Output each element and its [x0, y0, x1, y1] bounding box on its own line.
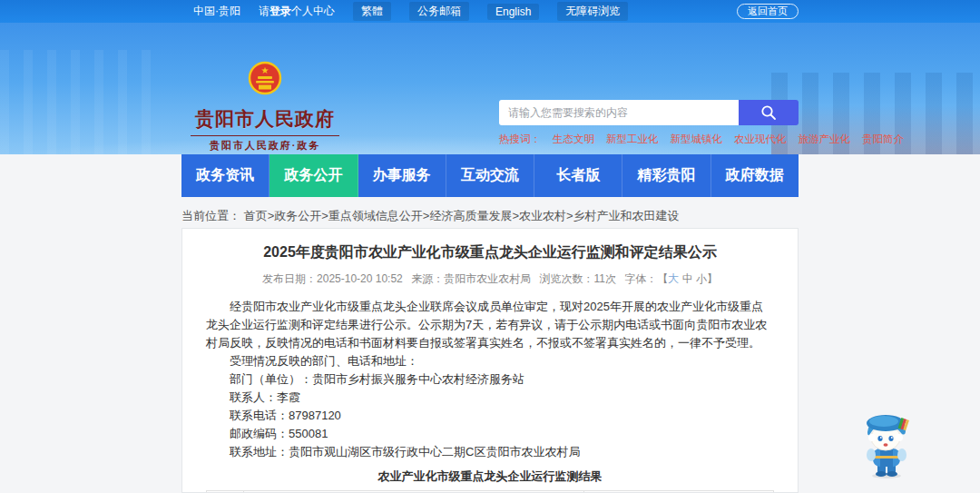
assistant-mascot-button[interactable]: [860, 412, 913, 479]
nav-item-jingcai-guiyang[interactable]: 精彩贵阳: [622, 154, 710, 197]
paragraph-contact-intro: 受理情况反映的部门、电话和地址：: [206, 352, 774, 370]
back-home-button[interactable]: 返回首页: [737, 4, 799, 19]
topbar-link-region[interactable]: 中国·贵阳: [193, 4, 240, 19]
publish-date-label: 发布日期：: [262, 272, 317, 285]
article-body: 经贵阳市农业产业化市级重点龙头企业联席会议成员单位审定，现对2025年开展的农业…: [206, 298, 774, 461]
hot-word-3[interactable]: 新型城镇化: [671, 133, 723, 146]
paragraph-phone: 联系电话：87987120: [206, 407, 774, 425]
topbar-link-english[interactable]: English: [487, 4, 539, 20]
nav-item-zhengfu-shuju[interactable]: 政府数据: [711, 154, 799, 197]
font-size-small-button[interactable]: 小: [696, 272, 707, 285]
topbar-link-official-mail[interactable]: 公务邮箱: [409, 2, 469, 21]
hot-word-4[interactable]: 农业现代化: [734, 133, 787, 146]
paragraph-postcode: 邮政编码：550081: [206, 425, 774, 443]
nav-item-zhengwu-gongkai[interactable]: 政务公开: [270, 154, 358, 197]
breadcrumb-path[interactable]: 首页>政务公开>重点领域信息公开>经济高质量发展>农业农村>乡村产业和农田建设: [244, 209, 680, 222]
nav-item-hudong-jiaoliu[interactable]: 互动交流: [446, 154, 534, 197]
paragraph-department: 部门（单位）：贵阳市乡村振兴服务中心农村经济服务站: [206, 370, 774, 389]
svg-text:★: ★: [261, 65, 270, 75]
source-label: 来源：: [411, 272, 444, 285]
hot-search-row: 热搜词： 生态文明 新型工业化 新型城镇化 农业现代化 旅游产业化 贵阳简介: [499, 133, 799, 146]
views-label: 浏览次数：: [539, 272, 593, 285]
article-card: 2025年度贵阳市农业产业化市级重点龙头企业运行监测和评定结果公示 发布日期：2…: [181, 228, 799, 493]
site-subtitle: 贵阳市人民政府·政务: [191, 135, 339, 153]
nav-item-zhengwu-zixun[interactable]: 政务资讯: [181, 154, 270, 197]
font-size-label: 字体：: [624, 272, 657, 285]
topbar-login-link[interactable]: 请登录个人中心: [259, 4, 335, 19]
hot-word-6[interactable]: 贵阳简介: [862, 133, 904, 146]
nav-item-banshi-fuwu[interactable]: 办事服务: [358, 154, 446, 197]
search-icon: [760, 104, 777, 121]
nav-item-zhangzhe-ban[interactable]: 长者版: [534, 154, 622, 197]
login-bold: 登录: [270, 5, 291, 17]
top-utility-bar: 中国·贵阳 请登录个人中心 繁體 公务邮箱 English 无障碍浏览 返回首页: [0, 0, 980, 23]
hot-word-1[interactable]: 生态文明: [553, 133, 594, 146]
search-area: 热搜词： 生态文明 新型工业化 新型城镇化 农业现代化 旅游产业化 贵阳简介: [499, 100, 799, 146]
login-prefix: 请: [259, 5, 270, 17]
site-name: 贵阳市人民政府: [191, 106, 339, 132]
mascot-icon: [860, 412, 913, 479]
hot-word-5[interactable]: 旅游产业化: [799, 133, 851, 146]
article-title: 2025年度贵阳市农业产业化市级重点龙头企业运行监测和评定结果公示: [206, 243, 774, 262]
bracket-open: 【: [657, 272, 668, 285]
topbar-link-accessibility[interactable]: 无障碍浏览: [557, 2, 628, 21]
main-navigation: 政务资讯 政务公开 办事服务 互动交流 长者版 精彩贵阳 政府数据: [181, 154, 799, 197]
source-value: 贵阳市农业农村局: [444, 272, 531, 285]
publish-date: 2025-10-20 10:52: [317, 272, 403, 285]
hot-search-label: 热搜词：: [499, 133, 541, 146]
table-caption: 农业产业化市级重点龙头企业运行监测结果: [206, 468, 774, 485]
national-emblem-icon: ★: [247, 59, 283, 99]
paragraph-address: 联系地址：贵阳市观山湖区市级行政中心二期C区贵阳市农业农村局: [206, 443, 774, 461]
bracket-close: 】: [707, 272, 718, 285]
paragraph-contact-person: 联系人：李霞: [206, 389, 774, 407]
breadcrumb: 当前位置： 首页>政务公开>重点领域信息公开>经济高质量发展>农业农村>乡村产业…: [181, 208, 680, 224]
paragraph-announcement: 经贵阳市农业产业化市级重点龙头企业联席会议成员单位审定，现对2025年开展的农业…: [206, 298, 774, 352]
search-button[interactable]: [739, 100, 799, 125]
breadcrumb-label: 当前位置：: [181, 209, 240, 222]
site-header: ★ 贵阳市人民政府 贵阳市人民政府·政务 www.guiyang.gov.cn …: [0, 23, 980, 154]
login-suffix: 个人中心: [291, 5, 335, 17]
site-logo[interactable]: ★ 贵阳市人民政府 贵阳市人民政府·政务 www.guiyang.gov.cn: [191, 59, 339, 154]
search-input[interactable]: [499, 100, 739, 125]
views-value: 11次: [593, 272, 615, 285]
article-meta: 发布日期：2025-10-20 10:52 来源：贵阳市农业农村局 浏览次数：1…: [206, 271, 774, 287]
font-size-medium-button[interactable]: 中: [682, 272, 693, 285]
topbar-link-traditional[interactable]: 繁體: [353, 2, 391, 21]
font-size-large-button[interactable]: 大: [668, 272, 679, 285]
hot-word-2[interactable]: 新型工业化: [606, 133, 659, 146]
